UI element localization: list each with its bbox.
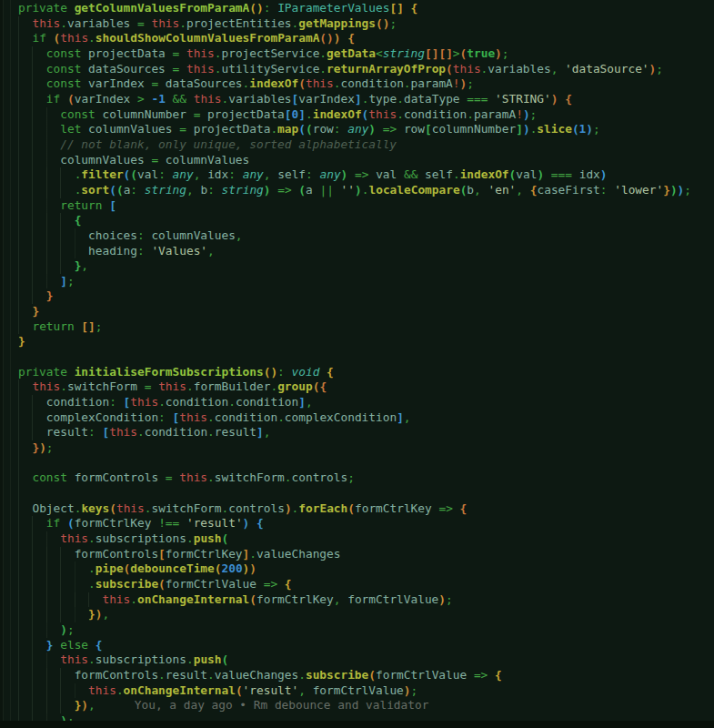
token: group: [277, 379, 313, 393]
token: 200: [221, 561, 242, 575]
indent-whitespace: [18, 258, 75, 272]
code-line[interactable]: this.subscriptions.push(: [0, 652, 714, 668]
token: b: [467, 183, 474, 197]
token: ,: [207, 244, 215, 258]
token: !: [453, 76, 460, 90]
token: .: [158, 395, 166, 409]
token: val: [516, 167, 537, 181]
code-line[interactable]: this.onChangeInternal(formCtrlKey, formC…: [0, 592, 714, 608]
token: (: [116, 183, 124, 197]
code-line[interactable]: const dataSources = this.utilityService.…: [0, 62, 714, 77]
code-line[interactable]: let columnValues = projectData.map((row:…: [0, 122, 714, 137]
token: :: [109, 395, 123, 409]
code-line[interactable]: columnValues = columnValues: [0, 153, 714, 168]
code-line[interactable]: }: [0, 334, 714, 349]
code-line[interactable]: );: [0, 622, 714, 638]
token: condition: [404, 107, 467, 121]
token: }: [46, 638, 54, 652]
code-line[interactable]: .subscribe(formCtrlValue => {: [0, 577, 714, 592]
code-line[interactable]: result: [this.condition.result],: [0, 425, 714, 440]
code-line[interactable]: if (formCtrlKey !== 'result') {: [0, 516, 714, 531]
code-line[interactable]: this.switchForm = this.formBuilder.group…: [0, 379, 714, 395]
code-line[interactable]: if (varIndex > -1 && this.variables[varI…: [0, 92, 714, 107]
token: ;: [467, 76, 474, 90]
token: {: [347, 31, 355, 45]
code-line[interactable]: complexCondition: [this.condition.comple…: [0, 410, 714, 426]
token: [: [425, 46, 432, 60]
code-line[interactable]: } else {: [0, 638, 714, 653]
token: :: [137, 244, 151, 258]
token: 'en': [488, 183, 517, 197]
code-line[interactable]: Object.keys(this.switchForm.controls).fo…: [0, 501, 714, 517]
token: this: [186, 46, 215, 60]
code-line[interactable]: [0, 486, 714, 501]
code-editor: private getColumnValuesFromParamA(): IPa…: [0, 0, 714, 728]
code-line[interactable]: condition: [this.condition.condition],: [0, 395, 714, 410]
token: :: [158, 410, 172, 424]
token: :: [158, 167, 172, 181]
code-line[interactable]: const columnNumber = projectData[0].inde…: [0, 107, 714, 123]
code-line[interactable]: const varIndex = dataSources.indexOf(thi…: [0, 76, 714, 92]
token: getMappings: [298, 16, 376, 30]
code-line[interactable]: formControls.result.valueChanges.subscri…: [0, 668, 714, 683]
token: (: [67, 516, 75, 530]
token: .: [207, 410, 215, 424]
code-line[interactable]: private initialiseFormSubscriptions(): v…: [0, 365, 714, 380]
code-line[interactable]: .pipe(debounceTime(200)): [0, 561, 714, 577]
code-line[interactable]: }),: [0, 607, 714, 622]
token: this: [179, 470, 207, 484]
token: controls: [292, 470, 348, 484]
code-line[interactable]: {: [0, 213, 714, 228]
indent-whitespace: [18, 153, 60, 167]
indent-whitespace: [18, 31, 32, 45]
token: const: [32, 470, 74, 484]
code-line[interactable]: ];: [0, 274, 714, 289]
token: .: [60, 379, 67, 393]
code-line[interactable]: this.subscriptions.push(: [0, 531, 714, 547]
code-line[interactable]: [0, 349, 714, 365]
code-line[interactable]: return [];: [0, 319, 714, 335]
code-line[interactable]: formControls[formCtrlKey].valueChanges: [0, 547, 714, 562]
code-line[interactable]: this.variables = this.projectEntities.ge…: [0, 16, 714, 32]
code-line[interactable]: }: [0, 304, 714, 319]
code-line[interactable]: const projectData = this.projectService.…: [0, 46, 714, 62]
code-line[interactable]: choices: columnValues,: [0, 228, 714, 244]
token: columnNumber: [432, 122, 516, 136]
token: ,: [264, 167, 277, 181]
code-line[interactable]: }: [0, 288, 714, 304]
code-line[interactable]: if (this.shouldShowColumnValuesFromParam…: [0, 31, 714, 46]
code-line[interactable]: .sort((a: string, b: string) => (a || ''…: [0, 183, 714, 198]
token: switchForm: [67, 379, 137, 393]
token: this: [453, 62, 481, 76]
token: ): [523, 122, 530, 136]
token: void: [292, 365, 320, 379]
code-line[interactable]: },: [0, 258, 714, 274]
token: .: [319, 62, 327, 76]
code-line[interactable]: [0, 456, 714, 471]
code-line[interactable]: return [: [0, 198, 714, 214]
code-line[interactable]: }),You, a day ago • Rm debounce and vali…: [0, 698, 714, 713]
code-line[interactable]: // not blank, only unique, sorted alphab…: [0, 137, 714, 153]
token: =>: [432, 501, 460, 515]
code-area[interactable]: private getColumnValuesFromParamA(): IPa…: [0, 1, 714, 728]
indent-whitespace: [18, 198, 60, 212]
token: this: [116, 501, 145, 515]
indent-whitespace: [18, 698, 75, 712]
token: if: [46, 92, 67, 106]
indent-whitespace: [18, 607, 88, 621]
token: private: [18, 365, 75, 379]
code-line[interactable]: const formControls = this.switchForm.con…: [0, 470, 714, 486]
token: (: [368, 668, 376, 682]
code-line[interactable]: heading: 'Values',: [0, 244, 714, 259]
token: heading: [88, 244, 137, 258]
token: (: [109, 183, 116, 197]
token: '': [341, 183, 355, 197]
code-line[interactable]: private getColumnValuesFromParamA(): IPa…: [0, 1, 714, 16]
indent-whitespace: [18, 92, 46, 106]
code-line[interactable]: .filter((val: any, idx: any, self: any) …: [0, 167, 714, 183]
code-line[interactable]: this.onChangeInternal('result', formCtrl…: [0, 683, 714, 699]
token: ): [327, 31, 334, 45]
code-line[interactable]: });: [0, 440, 714, 456]
token: return: [60, 198, 109, 212]
token: 'dataSource': [565, 62, 649, 76]
